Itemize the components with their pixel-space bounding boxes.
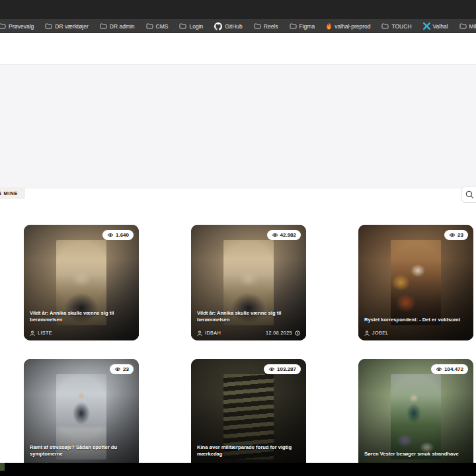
search-icon [465,190,474,199]
views-badge: 23 [110,364,134,374]
window-top-bar [0,0,476,19]
person-icon [30,331,35,336]
bookmark-miljoer[interactable]: Miljøer [459,23,476,30]
card-author: IDBAH [205,330,221,336]
bookmark-valhal-preprod[interactable]: valhal-preprod [326,22,370,30]
person-icon [197,331,202,336]
screen: Prøvevalg DR værktøjer DR admin CMS Logi… [0,0,476,476]
bookmark-dr-vaerktojer[interactable]: DR værktøjer [45,23,89,30]
card-date: 12.08.2025 [266,330,292,336]
card-author: JOBEL [372,330,389,336]
content-placeholder-panel [0,64,476,188]
bookmarks-bar: Prøvevalg DR værktøjer DR admin CMS Logi… [0,19,476,33]
flame-icon [326,22,332,30]
folder-icon [254,23,261,29]
reel-card[interactable]: 23 Ramt af stressøje? Sådan spotter du s… [24,359,139,475]
clock-icon [295,331,300,336]
card-grid-row-2: 23 Ramt af stressøje? Sådan spotter du s… [24,359,473,475]
search-button[interactable] [461,186,476,203]
card-grid-row-1: 1.640 Vildt år: Annika skulle vænne sig … [24,225,473,340]
views-count: 1.640 [116,232,129,238]
views-badge: 103.287 [264,364,301,374]
bookmark-label: DR værktøjer [55,23,89,30]
card-byline: IDBAH 12.08.2025 [197,330,300,336]
folder-icon [146,23,153,29]
bookmark-dr-admin[interactable]: DR admin [100,23,135,30]
bookmark-valhal[interactable]: Valhal [423,22,448,30]
bookmark-figma[interactable]: Figma [290,23,315,30]
bookmark-touch[interactable]: TOUCH [381,23,411,30]
bookmark-github[interactable]: GitHub [214,22,242,30]
bookmark-login[interactable]: Login [179,23,203,30]
folder-icon [45,23,52,29]
card-title: Rystet korrespondent: - Det er voldsomt [364,317,467,323]
folder-icon [290,23,297,29]
bookmark-label: Reels [264,23,278,30]
eye-icon [268,367,275,372]
reel-card[interactable]: 1.640 Vildt år: Annika skulle vænne sig … [24,225,139,340]
eye-icon [114,367,121,372]
bookmark-label: Miljøer [469,23,476,30]
card-title: Vildt år: Annika skulle vænne sig til be… [197,310,300,324]
bookmark-label: DR admin [110,23,135,30]
card-byline: LISTE [30,330,133,336]
mine-filter-button[interactable]: S MINE [0,187,25,199]
bottom-bar [0,463,476,476]
views-count: 23 [123,366,129,372]
card-byline: JOBEL [364,330,467,336]
bookmark-label: Login [189,23,203,30]
folder-icon [381,23,389,29]
eye-icon [436,367,442,372]
bookmark-provevalg[interactable]: Prøvevalg [0,23,34,30]
bookmark-label: valhal-preprod [335,23,370,30]
card-title: Ramt af stressøje? Sådan spotter du symp… [30,444,133,458]
bookmark-label: Valhal [433,23,448,30]
folder-icon [0,23,6,29]
person-icon [364,331,370,336]
reel-card[interactable]: 103.287 Kina øver militærparade forud fo… [191,359,306,475]
folder-icon [179,23,186,29]
x-mark-icon [423,22,430,30]
reel-card[interactable]: 42.982 Vildt år: Annika skulle vænne sig… [191,225,306,340]
card-title: Vildt år: Annika skulle vænne sig til be… [30,310,133,324]
bookmark-label: Figma [299,23,315,30]
reel-card[interactable]: 104.472 Søren Vester besøger smuk strand… [358,359,473,475]
views-count: 42.982 [280,232,296,238]
reel-card[interactable]: 23 Rystet korrespondent: - Det er voldso… [358,225,473,340]
bookmark-reels[interactable]: Reels [254,23,278,30]
bookmark-cms[interactable]: CMS [146,23,169,30]
views-badge: 104.472 [431,364,468,374]
bookmark-label: TOUCH [391,23,411,30]
card-title: Søren Vester besøger smuk strandhave [364,451,467,457]
folder-icon [459,23,467,29]
bookmark-label: GitHub [225,23,242,30]
bottom-bar-chip [0,463,5,471]
eye-icon [449,233,456,237]
views-badge: 42.982 [267,230,301,240]
bookmark-label: Prøvevalg [9,23,34,30]
views-count: 104.472 [444,366,463,372]
folder-icon [100,23,107,29]
card-author: LISTE [38,330,52,336]
bookmark-label: CMS [156,23,169,30]
views-badge: 1.640 [102,230,134,240]
views-count: 23 [457,232,463,238]
github-icon [214,22,222,30]
views-badge: 23 [444,230,468,240]
card-title: Kina øver militærparade forud for vigtig… [197,444,300,458]
eye-icon [272,233,278,237]
views-count: 103.287 [277,366,296,372]
eye-icon [107,233,114,237]
